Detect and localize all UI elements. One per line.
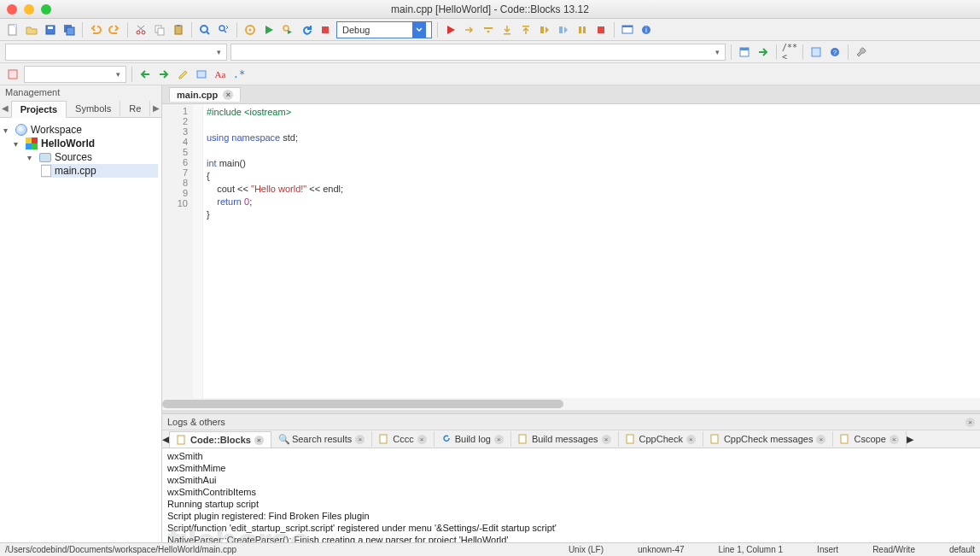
toggle-source-icon[interactable]: [5, 67, 20, 82]
redo-icon[interactable]: [107, 22, 122, 38]
svg-rect-39: [519, 435, 526, 443]
file-icon: [41, 165, 51, 177]
open-icon[interactable]: [24, 22, 39, 38]
tab-symbols[interactable]: Symbols: [67, 101, 120, 116]
step-out-icon[interactable]: [518, 22, 534, 38]
regex-icon[interactable]: .*: [231, 67, 247, 82]
debug-windows-icon[interactable]: [620, 22, 635, 38]
svg-rect-22: [559, 26, 563, 33]
tool-icon-1[interactable]: [737, 44, 752, 60]
logs-tabs: ◀ Code::Blocks×🔍Search results×Cccc×Buil…: [162, 430, 980, 448]
editor-area: main.cpp × 12345678910 #include <iostrea…: [162, 85, 980, 542]
log-tab-cccc[interactable]: Cccc×: [372, 431, 434, 447]
editor-hscroll[interactable]: [162, 398, 980, 410]
paste-icon[interactable]: [171, 22, 186, 38]
highlight-icon[interactable]: [175, 67, 190, 82]
log-line: Script plugin registered: Find Broken Fi…: [167, 510, 975, 522]
log-tab-code-blocks[interactable]: Code::Blocks×: [169, 431, 271, 448]
svg-rect-11: [177, 25, 180, 26]
line-gutter: 12345678910: [162, 104, 193, 398]
logs-scroll-left-icon[interactable]: ◀: [162, 434, 169, 445]
logs-body[interactable]: wxSmithwxSmithMimewxSmithAuiwxSmithContr…: [162, 448, 980, 542]
management-tabs: ◀ Projects Symbols Re ▶: [0, 99, 161, 118]
log-tab-cppcheck-messages[interactable]: CppCheck messages×: [703, 431, 834, 447]
copy-icon[interactable]: [152, 22, 167, 38]
svg-rect-21: [540, 26, 544, 33]
build-icon[interactable]: [242, 22, 258, 38]
help-icon[interactable]: ?: [827, 44, 843, 60]
find-icon[interactable]: [197, 22, 213, 38]
step-into-icon[interactable]: [499, 22, 515, 38]
project-tree: ▾Workspace ▾HelloWorld ▾Sources main.cpp: [0, 118, 161, 542]
tree-project[interactable]: ▾HelloWorld: [14, 137, 158, 150]
svg-rect-35: [9, 70, 17, 79]
debug-run-icon[interactable]: [443, 22, 458, 38]
tab-resources[interactable]: Re: [120, 101, 150, 116]
log-line: Running startup script: [167, 498, 975, 510]
log-tab-search-results[interactable]: 🔍Search results×: [271, 431, 372, 447]
select-icon[interactable]: [194, 67, 209, 82]
symbol-combo[interactable]: ▾: [230, 44, 726, 61]
log-tab-cscope[interactable]: Cscope×: [833, 431, 906, 447]
tree-file[interactable]: main.cpp: [41, 164, 158, 178]
forward-icon[interactable]: [156, 67, 172, 82]
run-icon[interactable]: [261, 22, 277, 38]
log-line: wxSmithAui: [167, 474, 975, 486]
rebuild-icon[interactable]: [299, 22, 314, 38]
editor-tab-main[interactable]: main.cpp ×: [169, 87, 241, 102]
tabs-scroll-left-icon[interactable]: ◀: [0, 103, 11, 113]
close-tab-icon[interactable]: ×: [223, 90, 233, 100]
svg-rect-1: [14, 25, 16, 27]
stop-debug-icon[interactable]: [593, 22, 609, 38]
tabs-scroll-right-icon[interactable]: ▶: [150, 103, 161, 113]
build-target-select[interactable]: Debug: [336, 21, 432, 38]
svg-rect-38: [380, 435, 387, 443]
logs-panel: Logs & others × ◀ Code::Blocks×🔍Search r…: [162, 413, 980, 542]
svg-rect-24: [583, 26, 586, 33]
next-line-icon[interactable]: [481, 22, 496, 38]
log-tab-cppcheck[interactable]: CppCheck×: [619, 431, 703, 447]
build-run-icon[interactable]: [280, 22, 295, 38]
jump-combo[interactable]: ▾: [24, 66, 126, 83]
abort-icon[interactable]: [318, 22, 333, 38]
tree-workspace[interactable]: ▾Workspace: [3, 123, 158, 137]
svg-rect-31: [740, 48, 749, 50]
wrench-icon[interactable]: [854, 44, 869, 60]
log-tab-build-log[interactable]: Build log×: [435, 431, 511, 447]
close-logs-icon[interactable]: ×: [965, 418, 975, 427]
tree-folder[interactable]: ▾Sources: [27, 150, 158, 164]
logs-scroll-right-icon[interactable]: ▶: [907, 434, 913, 445]
svg-text:i: i: [645, 26, 647, 34]
save-icon[interactable]: [43, 22, 58, 38]
match-case-icon[interactable]: Aa: [213, 67, 228, 82]
tool-icon-2[interactable]: [755, 44, 771, 60]
next-instr-icon[interactable]: [537, 22, 552, 38]
info-icon[interactable]: i: [639, 22, 654, 38]
code-editor[interactable]: 12345678910 #include <iostream> using na…: [162, 104, 980, 398]
cut-icon[interactable]: [133, 22, 149, 38]
tab-projects[interactable]: Projects: [11, 101, 67, 118]
svg-point-15: [249, 28, 252, 31]
statusbar: /Users/codebind/Documents/workspace/Hell…: [0, 542, 980, 556]
break-debug-icon[interactable]: [575, 22, 590, 38]
log-line: wxSmithContribItems: [167, 486, 975, 498]
editor-tabs: main.cpp ×: [162, 85, 980, 104]
step-into-instr-icon[interactable]: [556, 22, 571, 38]
back-icon[interactable]: [137, 67, 153, 82]
save-all-icon[interactable]: [61, 22, 77, 38]
svg-rect-3: [48, 26, 53, 29]
status-eol: Unix (LF): [569, 545, 604, 554]
scrollbar-thumb[interactable]: [162, 400, 563, 408]
window-title: main.cpp [HelloWorld] - Code::Blocks 13.…: [0, 3, 980, 15]
undo-icon[interactable]: [88, 22, 103, 38]
run-to-cursor-icon[interactable]: [462, 22, 477, 38]
new-file-icon[interactable]: [5, 22, 20, 38]
comment-icon[interactable]: /**<: [782, 44, 797, 60]
svg-rect-32: [812, 48, 820, 56]
scope-combo[interactable]: ▾: [5, 44, 227, 61]
log-tab-build-messages[interactable]: Build messages×: [511, 431, 619, 447]
code-content[interactable]: #include <iostream> using namespace std;…: [203, 104, 980, 398]
replace-icon[interactable]: [216, 22, 231, 38]
project-icon: [26, 138, 38, 149]
tool-icon-3[interactable]: [808, 44, 824, 60]
